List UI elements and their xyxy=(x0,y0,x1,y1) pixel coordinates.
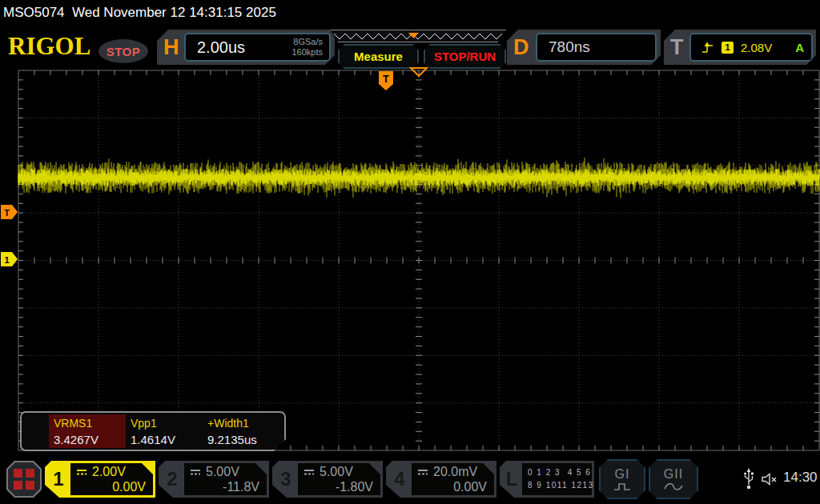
trigger-settings[interactable]: T 1 2.08V A xyxy=(664,30,816,65)
digital-channels-row2: 8 9 1011 12131415 xyxy=(528,479,592,492)
channel-3-offset: -1.80V xyxy=(298,480,380,494)
trigger-level-value: 2.08V xyxy=(741,41,772,54)
delay-settings[interactable]: D 780ns xyxy=(507,30,661,65)
trigger-position-flag-label: T xyxy=(383,73,389,85)
delay-box[interactable]: 780ns xyxy=(536,33,657,62)
measurement-vpp1[interactable]: Vpp1 1.4614V xyxy=(126,414,203,448)
channel-2-offset: -11.8V xyxy=(184,480,267,494)
trigger-source-badge: 1 xyxy=(722,42,734,54)
channel-2-scale: 5.00V xyxy=(206,465,239,479)
digital-channels-row1: 0 1 2 3 4 5 6 7 xyxy=(528,466,592,479)
speaker-muted-icon xyxy=(761,473,780,486)
generator1-button[interactable]: GI xyxy=(599,459,645,499)
generator2-button[interactable]: GII xyxy=(649,459,698,499)
bottom-bar: 1 2.00V 0.00V 2 5.00V -11.8V xyxy=(0,456,820,504)
horizontal-settings[interactable]: H 2.00us 8GSa/s 160kpts xyxy=(157,30,335,65)
header-bar: RIGOL STOP H 2.00us 8GSa/s 160kpts Measu… xyxy=(0,27,820,67)
run-state-badge: STOP xyxy=(98,39,148,63)
logic-analyzer-button[interactable]: L 0 1 2 3 4 5 6 7 8 9 1011 12131415 xyxy=(500,461,594,498)
channel1-ground-marker-label: 1 xyxy=(4,255,9,265)
memory-depth: 160kpts xyxy=(291,47,323,58)
measure-button[interactable]: Measure xyxy=(338,44,419,69)
rising-edge-trigger-icon xyxy=(701,42,714,54)
measurement-vrms1[interactable]: VRMS1 3.4267V xyxy=(49,414,126,448)
channel-3-scale: 5.00V xyxy=(320,465,353,479)
channel-1-scale: 2.00V xyxy=(92,465,126,479)
measurement-panel[interactable]: VRMS1 3.4267V Vpp1 1.4614V +Width1 9.213… xyxy=(20,411,286,451)
waveform-display: T T 1 xyxy=(0,67,820,454)
pulse-wave-icon xyxy=(613,482,632,491)
usb-icon xyxy=(743,468,754,490)
channel-1-offset: 0.00V xyxy=(70,480,153,494)
clock-time: 14:30 xyxy=(783,470,818,486)
trigger-label: T xyxy=(670,35,684,60)
channel-1-button[interactable]: 1 2.00V 0.00V xyxy=(45,461,155,498)
model-and-datetime: MSO5074 Wed November 12 14:31:15 2025 xyxy=(3,5,276,21)
channel-3-button[interactable]: 3 5.00V -1.80V xyxy=(272,461,383,498)
waveform-thumbnail xyxy=(331,30,505,42)
horizontal-position-strip[interactable] xyxy=(330,30,506,42)
horizontal-label: H xyxy=(163,35,179,60)
channel-4-button[interactable]: 4 20.0mV 0.00V xyxy=(386,461,496,498)
measurement-pwidth1[interactable]: +Width1 9.2135us xyxy=(203,414,284,448)
sample-rate: 8GSa/s xyxy=(291,37,323,47)
timebase-box[interactable]: 2.00us 8GSa/s 160kpts xyxy=(184,33,331,62)
acquisition-info: 8GSa/s 160kpts xyxy=(291,37,329,57)
sine-wave-icon xyxy=(663,482,684,491)
top-status-bar: MSO5074 Wed November 12 14:31:15 2025 xyxy=(0,0,820,27)
rigol-logo: RIGOL xyxy=(8,32,90,61)
menu-grid-icon xyxy=(14,469,34,490)
dc-coupling-icon xyxy=(190,468,202,476)
trigger-level-marker-label: T xyxy=(4,208,10,218)
stop-run-button[interactable]: STOP/RUN xyxy=(424,44,506,69)
channel-4-offset: 0.00V xyxy=(412,480,494,494)
delay-label: D xyxy=(513,35,529,60)
trigger-box[interactable]: 1 2.08V A xyxy=(689,33,813,62)
delay-value: 780ns xyxy=(537,38,590,56)
channel-4-scale: 20.0mV xyxy=(433,465,477,479)
dc-coupling-icon xyxy=(303,468,316,476)
trigger-sweep-mode: A xyxy=(795,41,811,54)
channel-2-button[interactable]: 2 5.00V -11.8V xyxy=(159,461,269,498)
dc-coupling-icon xyxy=(417,468,429,476)
menu-button[interactable] xyxy=(6,461,42,498)
timebase-value: 2.00us xyxy=(186,38,245,57)
dc-coupling-icon xyxy=(76,468,88,476)
